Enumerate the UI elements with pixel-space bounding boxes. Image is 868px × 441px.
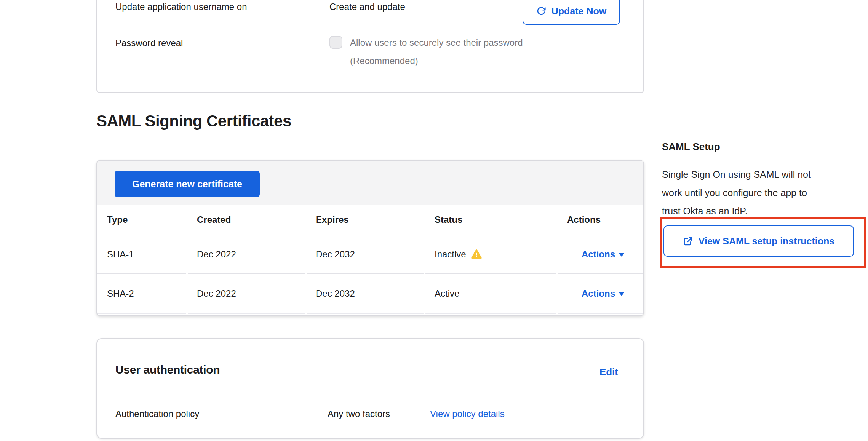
sign-on-settings-card: Update application username on Create an… xyxy=(96,0,644,93)
cell-type: SHA-2 xyxy=(97,274,186,314)
column-header-created: Created xyxy=(188,214,305,225)
cell-created: Dec 2022 xyxy=(188,235,305,274)
page-title: SAML Signing Certificates xyxy=(96,112,291,130)
saml-setup-description: Single Sign On using SAML will not work … xyxy=(662,165,811,220)
certificate-row-sha2: SHA-2 Dec 2022 Dec 2032 Active Actions xyxy=(97,274,643,314)
saml-setup-description-line: work until you configure the app to xyxy=(662,184,811,202)
status-text: Active xyxy=(435,288,459,299)
certificate-row-sha1: SHA-1 Dec 2022 Dec 2032 Inactive Actions xyxy=(97,235,643,274)
column-header-status: Status xyxy=(425,214,556,225)
password-reveal-label: Password reveal xyxy=(115,37,183,49)
actions-label: Actions xyxy=(582,249,615,260)
saml-setup-title: SAML Setup xyxy=(662,141,720,153)
column-header-expires: Expires xyxy=(307,214,424,225)
generate-certificate-button[interactable]: Generate new certificate xyxy=(115,171,260,197)
cell-created: Dec 2022 xyxy=(188,274,305,314)
certificates-toolbar: Generate new certificate xyxy=(97,161,643,205)
password-reveal-checkbox-label: Allow users to securely see their passwo… xyxy=(350,34,523,70)
cell-type: SHA-1 xyxy=(97,235,186,274)
view-policy-details-link[interactable]: View policy details xyxy=(430,408,505,420)
authentication-policy-value: Any two factors xyxy=(328,408,390,420)
certificates-card: Generate new certificate Type Created Ex… xyxy=(96,160,644,316)
refresh-icon xyxy=(536,6,546,16)
password-reveal-checkbox[interactable] xyxy=(329,36,342,49)
actions-label: Actions xyxy=(582,288,615,299)
user-authentication-title: User authentication xyxy=(115,363,220,376)
chevron-down-icon xyxy=(619,292,624,296)
username-update-label: Update application username on xyxy=(115,1,247,13)
chevron-down-icon xyxy=(619,253,624,257)
cell-expires: Dec 2032 xyxy=(307,274,424,314)
warning-icon xyxy=(471,249,482,260)
row-actions-menu-button[interactable]: Actions xyxy=(558,235,643,274)
checkbox-label-line2: (Recommended) xyxy=(350,52,523,70)
user-authentication-card: User authentication Edit Authentication … xyxy=(96,338,644,439)
cell-status: Inactive xyxy=(425,235,556,274)
update-now-button[interactable]: Update Now xyxy=(523,0,620,25)
page-canvas: Update application username on Create an… xyxy=(0,0,868,441)
view-saml-setup-instructions-button[interactable]: View SAML setup instructions xyxy=(663,225,854,257)
column-header-type: Type xyxy=(97,214,186,225)
checkbox-label-line1: Allow users to securely see their passwo… xyxy=(350,34,523,52)
view-saml-setup-instructions-label: View SAML setup instructions xyxy=(699,236,834,247)
column-header-actions: Actions xyxy=(558,214,643,225)
status-text: Inactive xyxy=(435,249,466,260)
cell-status: Active xyxy=(425,274,556,314)
update-now-label: Update Now xyxy=(551,6,606,17)
authentication-policy-label: Authentication policy xyxy=(115,408,199,420)
external-link-icon xyxy=(683,236,693,246)
row-actions-menu-button[interactable]: Actions xyxy=(558,274,643,314)
edit-link[interactable]: Edit xyxy=(599,366,618,378)
certificates-table-header: Type Created Expires Status Actions xyxy=(97,205,643,235)
cell-expires: Dec 2032 xyxy=(307,235,424,274)
username-update-value: Create and update xyxy=(329,1,405,13)
saml-setup-description-line: Single Sign On using SAML will not xyxy=(662,165,811,184)
